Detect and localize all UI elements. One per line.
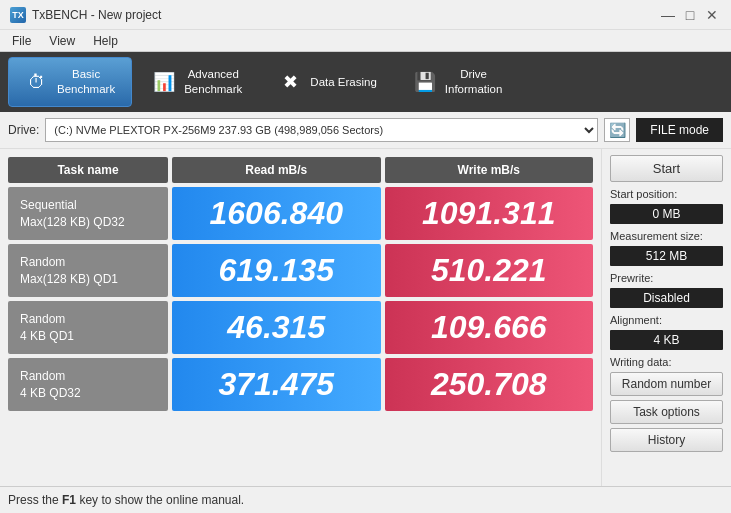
title-bar: TX TxBENCH - New project — □ ✕ xyxy=(0,0,731,30)
start-button[interactable]: Start xyxy=(610,155,723,182)
table-row: Random4 KB QD1 46.315 109.666 xyxy=(8,301,593,354)
drive-label: Drive: xyxy=(8,123,39,137)
row-2-label: RandomMax(128 KB) QD1 xyxy=(8,244,168,297)
writing-data-button[interactable]: Random number xyxy=(610,372,723,396)
drive-bar: Drive: (C:) NVMe PLEXTOR PX-256M9 237.93… xyxy=(0,112,731,149)
prewrite-label: Prewrite: xyxy=(610,272,723,284)
table-row: SequentialMax(128 KB) QD32 1606.840 1091… xyxy=(8,187,593,240)
col-read: Read mB/s xyxy=(172,157,381,183)
start-position-label: Start position: xyxy=(610,188,723,200)
table-header: Task name Read mB/s Write mB/s xyxy=(8,157,593,183)
window-title: TxBENCH - New project xyxy=(32,8,161,22)
tab-drive-information[interactable]: 💾 DriveInformation xyxy=(397,57,519,107)
row-2-write: 510.221 xyxy=(385,244,594,297)
table-row: RandomMax(128 KB) QD1 619.135 510.221 xyxy=(8,244,593,297)
status-message: Press the F1 key to show the online manu… xyxy=(8,493,244,507)
toolbar: ⏱ BasicBenchmark 📊 AdvancedBenchmark ✖ D… xyxy=(0,52,731,112)
alignment-value: 4 KB xyxy=(610,330,723,350)
history-button[interactable]: History xyxy=(610,428,723,452)
row-1-label: SequentialMax(128 KB) QD32 xyxy=(8,187,168,240)
row-4-read: 371.475 xyxy=(172,358,381,411)
maximize-button[interactable]: □ xyxy=(681,6,699,24)
row-1-write: 1091.311 xyxy=(385,187,594,240)
advanced-benchmark-label: AdvancedBenchmark xyxy=(184,67,242,97)
table-row: Random4 KB QD32 371.475 250.708 xyxy=(8,358,593,411)
col-write: Write mB/s xyxy=(385,157,594,183)
alignment-label: Alignment: xyxy=(610,314,723,326)
row-4-write: 250.708 xyxy=(385,358,594,411)
data-erasing-label: Data Erasing xyxy=(310,75,376,90)
menu-bar: File View Help xyxy=(0,30,731,52)
benchmark-area: Task name Read mB/s Write mB/s Sequentia… xyxy=(0,149,601,486)
row-1-read: 1606.840 xyxy=(172,187,381,240)
title-bar-left: TX TxBENCH - New project xyxy=(10,7,161,23)
status-bar: Press the F1 key to show the online manu… xyxy=(0,486,731,512)
tab-advanced-benchmark[interactable]: 📊 AdvancedBenchmark xyxy=(136,57,258,107)
right-panel: Start Start position: 0 MB Measurement s… xyxy=(601,149,731,486)
main-content: Task name Read mB/s Write mB/s Sequentia… xyxy=(0,149,731,486)
basic-benchmark-icon: ⏱ xyxy=(25,70,49,94)
task-options-button[interactable]: Task options xyxy=(610,400,723,424)
tab-basic-benchmark[interactable]: ⏱ BasicBenchmark xyxy=(8,57,132,107)
app-icon: TX xyxy=(10,7,26,23)
row-4-label: Random4 KB QD32 xyxy=(8,358,168,411)
start-position-value: 0 MB xyxy=(610,204,723,224)
title-controls: — □ ✕ xyxy=(659,6,721,24)
row-3-label: Random4 KB QD1 xyxy=(8,301,168,354)
minimize-button[interactable]: — xyxy=(659,6,677,24)
row-3-read: 46.315 xyxy=(172,301,381,354)
menu-file[interactable]: File xyxy=(8,33,35,49)
measurement-size-label: Measurement size: xyxy=(610,230,723,242)
refresh-button[interactable]: 🔄 xyxy=(604,118,630,142)
writing-data-label: Writing data: xyxy=(610,356,723,368)
col-task-name: Task name xyxy=(8,157,168,183)
drive-information-label: DriveInformation xyxy=(445,67,503,97)
menu-help[interactable]: Help xyxy=(89,33,122,49)
menu-view[interactable]: View xyxy=(45,33,79,49)
data-erasing-icon: ✖ xyxy=(278,70,302,94)
drive-select[interactable]: (C:) NVMe PLEXTOR PX-256M9 237.93 GB (49… xyxy=(45,118,598,142)
prewrite-value: Disabled xyxy=(610,288,723,308)
advanced-benchmark-icon: 📊 xyxy=(152,70,176,94)
basic-benchmark-label: BasicBenchmark xyxy=(57,67,115,97)
file-mode-button[interactable]: FILE mode xyxy=(636,118,723,142)
close-button[interactable]: ✕ xyxy=(703,6,721,24)
drive-information-icon: 💾 xyxy=(413,70,437,94)
tab-data-erasing[interactable]: ✖ Data Erasing xyxy=(262,57,392,107)
measurement-size-value: 512 MB xyxy=(610,246,723,266)
row-3-write: 109.666 xyxy=(385,301,594,354)
row-2-read: 619.135 xyxy=(172,244,381,297)
